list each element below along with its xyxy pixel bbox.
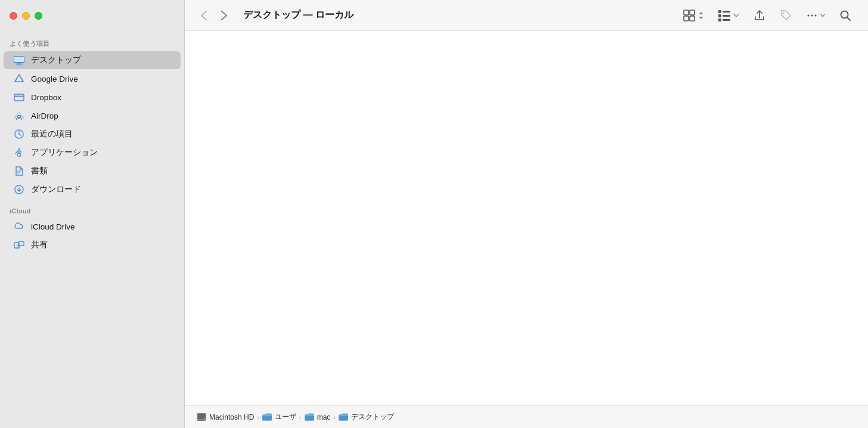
sidebar-item-icloud-drive[interactable]: iCloud Drive bbox=[4, 218, 181, 235]
hd-icon bbox=[197, 413, 206, 422]
svg-rect-24 bbox=[723, 15, 730, 17]
svg-rect-21 bbox=[718, 14, 721, 17]
sidebar-item-dropbox[interactable]: Dropbox bbox=[4, 88, 181, 106]
sidebar-item-downloads[interactable]: ダウンロード bbox=[4, 181, 181, 199]
sidebar-item-icloud-drive-label: iCloud Drive bbox=[31, 222, 75, 231]
sidebar-item-shared[interactable]: 共有 bbox=[4, 236, 181, 254]
sidebar-item-desktop-label: デスクトップ bbox=[31, 55, 81, 66]
sidebar-item-recents-label: 最近の項目 bbox=[31, 129, 73, 139]
breadcrumb-desktop-label: デスクトップ bbox=[351, 412, 394, 422]
sidebar-item-googledrive[interactable]: Google Drive bbox=[4, 70, 181, 88]
breadcrumb-mac[interactable]: mac bbox=[305, 413, 331, 422]
svg-point-28 bbox=[811, 14, 813, 16]
svg-rect-3 bbox=[14, 57, 24, 62]
sidebar-item-dropbox-label: Dropbox bbox=[31, 93, 61, 102]
breadcrumb-macintosh-hd-label: Macintosh HD bbox=[209, 413, 254, 421]
breadcrumb-bar: Macintosh HD › ユーザ › mac › bbox=[185, 405, 868, 428]
minimize-button[interactable] bbox=[22, 12, 30, 20]
desktop-folder-icon bbox=[339, 413, 348, 422]
applications-icon bbox=[13, 147, 25, 159]
user-folder-icon bbox=[262, 413, 272, 422]
recents-icon bbox=[13, 128, 25, 140]
svg-point-27 bbox=[808, 14, 810, 16]
downloads-icon bbox=[13, 184, 25, 196]
back-button[interactable] bbox=[197, 8, 211, 23]
tag-button[interactable] bbox=[775, 6, 796, 25]
sidebar-item-downloads-label: ダウンロード bbox=[31, 184, 81, 195]
sidebar-content: よく使う項目 デスクトップ Google bbox=[0, 31, 184, 428]
group-view-button[interactable] bbox=[714, 6, 744, 25]
sidebar-item-googledrive-label: Google Drive bbox=[31, 75, 78, 83]
svg-rect-2 bbox=[16, 64, 23, 66]
sidebar-item-recents[interactable]: 最近の項目 bbox=[4, 125, 181, 143]
breadcrumb-macintosh-hd[interactable]: Macintosh HD bbox=[197, 413, 254, 422]
toolbar-actions bbox=[678, 6, 856, 25]
svg-rect-25 bbox=[723, 19, 730, 21]
airdrop-icon bbox=[13, 110, 25, 122]
icloud-drive-icon bbox=[13, 221, 25, 232]
breadcrumb-mac-label: mac bbox=[317, 413, 331, 421]
sidebar-item-desktop[interactable]: デスクトップ bbox=[4, 51, 181, 69]
svg-point-9 bbox=[17, 153, 21, 157]
svg-line-31 bbox=[847, 17, 850, 20]
breadcrumb-user-label: ユーザ bbox=[275, 412, 296, 422]
sidebar-item-shared-label: 共有 bbox=[31, 240, 48, 250]
sidebar-item-applications-label: アプリケーション bbox=[31, 147, 98, 158]
svg-rect-33 bbox=[198, 414, 205, 419]
shared-icon bbox=[13, 239, 25, 251]
svg-rect-17 bbox=[690, 10, 695, 15]
sidebar: よく使う項目 デスクトップ Google bbox=[0, 0, 185, 428]
svg-point-34 bbox=[204, 418, 205, 420]
sidebar-item-applications[interactable]: アプリケーション bbox=[4, 144, 181, 162]
svg-rect-19 bbox=[690, 16, 695, 21]
breadcrumb-desktop[interactable]: デスクトップ bbox=[339, 412, 394, 422]
svg-rect-20 bbox=[718, 10, 721, 13]
sidebar-item-documents[interactable]: 書類 bbox=[4, 162, 181, 180]
share-button[interactable] bbox=[749, 6, 770, 25]
breadcrumb-user[interactable]: ユーザ bbox=[262, 412, 296, 422]
content-area bbox=[185, 31, 868, 405]
svg-point-29 bbox=[815, 14, 817, 16]
sidebar-item-airdrop[interactable]: AirDrop bbox=[4, 107, 181, 125]
close-button[interactable] bbox=[10, 12, 17, 20]
breadcrumb-sep-2: › bbox=[299, 414, 302, 421]
maximize-button[interactable] bbox=[35, 12, 42, 20]
view-grid-button[interactable] bbox=[678, 6, 709, 25]
icloud-header: iCloud bbox=[0, 199, 184, 217]
sidebar-item-documents-label: 書類 bbox=[31, 166, 48, 176]
svg-point-26 bbox=[783, 12, 785, 14]
svg-rect-16 bbox=[684, 10, 689, 15]
svg-rect-18 bbox=[684, 16, 689, 21]
more-button[interactable] bbox=[801, 6, 830, 25]
breadcrumb-sep-1: › bbox=[257, 414, 259, 421]
titlebar bbox=[0, 0, 184, 31]
main-area: デスクトップ — ローカル bbox=[185, 0, 868, 428]
search-button[interactable] bbox=[835, 6, 856, 25]
dropbox-icon bbox=[13, 91, 25, 103]
mac-folder-icon bbox=[305, 413, 314, 422]
sidebar-item-airdrop-label: AirDrop bbox=[31, 111, 58, 120]
breadcrumb-sep-3: › bbox=[333, 414, 336, 421]
toolbar: デスクトップ — ローカル bbox=[185, 0, 868, 31]
svg-rect-22 bbox=[718, 18, 721, 21]
svg-line-10 bbox=[16, 152, 17, 154]
forward-button[interactable] bbox=[217, 8, 231, 23]
favorites-header: よく使う項目 bbox=[0, 31, 184, 51]
svg-rect-23 bbox=[723, 11, 730, 13]
gdrive-icon bbox=[13, 73, 25, 85]
svg-rect-1 bbox=[17, 63, 21, 64]
window-title: デスクトップ — ローカル bbox=[243, 9, 666, 21]
documents-icon bbox=[13, 165, 25, 177]
desktop-icon bbox=[13, 54, 25, 66]
